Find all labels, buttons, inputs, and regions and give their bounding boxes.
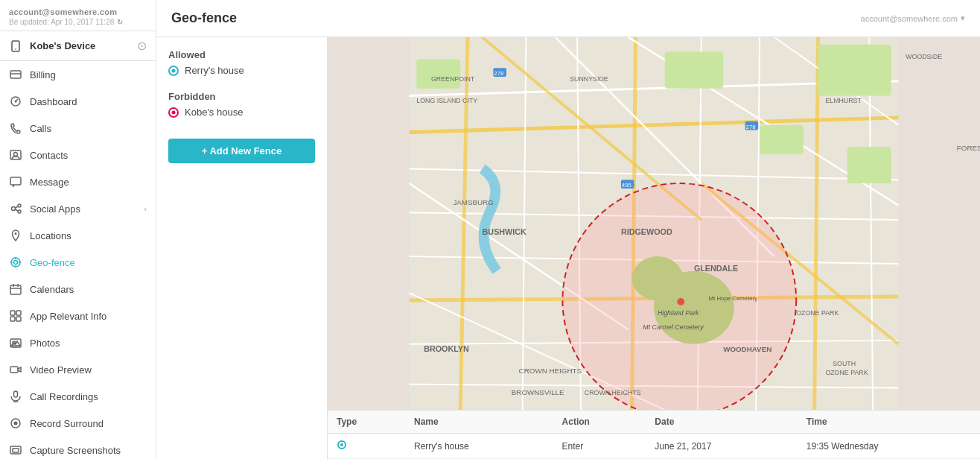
svg-point-40 bbox=[172, 110, 176, 114]
chevron-right-icon: › bbox=[144, 204, 147, 213]
message-icon bbox=[9, 175, 22, 189]
svg-text:BUSHWICK: BUSHWICK bbox=[483, 227, 526, 236]
locations-icon bbox=[9, 229, 22, 242]
table-row: Rerry's house Enter June 21, 2017 19:35 … bbox=[328, 434, 980, 459]
sidebar-item-billing[interactable]: Billing bbox=[0, 61, 156, 88]
forbidden-item-0: Kobe's house bbox=[168, 107, 315, 118]
svg-text:GREENPOINT: GREENPOINT bbox=[431, 75, 475, 83]
cell-type bbox=[328, 434, 405, 459]
right-panel: BUSHWICK JAMSBURG RIDGEWOOD GLENDALE WOO… bbox=[328, 37, 980, 459]
video-icon bbox=[9, 363, 22, 376]
calls-icon bbox=[9, 121, 22, 135]
svg-text:LONG ISLAND CITY: LONG ISLAND CITY bbox=[416, 97, 477, 104]
svg-text:JAMSBURG: JAMSBURG bbox=[453, 198, 493, 206]
svg-point-5 bbox=[15, 101, 17, 103]
content-area: Allowed Rerry's house Forbidden Kobe's h… bbox=[156, 37, 980, 459]
sidebar-updated-text: Be updated: Apr 10, 2017 11:28 bbox=[9, 18, 114, 26]
nav-label-video-preview: Video Preview bbox=[30, 364, 92, 376]
device-menu-icon[interactable]: ⊙ bbox=[137, 39, 147, 53]
sidebar-device: Kobe's Device ⊙ bbox=[0, 31, 156, 61]
header-account-text: account@somewhere.com bbox=[861, 14, 958, 23]
sidebar-item-video-preview[interactable]: Video Preview bbox=[0, 356, 156, 383]
sidebar-updated: Be updated: Apr 10, 2017 11:28 ↻ bbox=[9, 18, 147, 26]
cell-date: June 21, 2017 bbox=[646, 434, 798, 459]
sidebar-item-message[interactable]: Message bbox=[0, 168, 156, 195]
cell-name: Rerry's house bbox=[405, 434, 553, 459]
sidebar-item-locations[interactable]: Locations bbox=[0, 222, 156, 249]
sidebar-item-record-surround[interactable]: Record Surround bbox=[0, 410, 156, 437]
allowed-label: Allowed bbox=[168, 49, 315, 60]
screenshot-icon bbox=[9, 443, 22, 457]
refresh-icon[interactable]: ↻ bbox=[117, 18, 123, 26]
nav-label-calls: Calls bbox=[30, 123, 51, 134]
svg-rect-66 bbox=[665, 52, 723, 89]
svg-line-13 bbox=[16, 209, 19, 211]
svg-text:ELMHURST: ELMHURST bbox=[825, 97, 862, 104]
forbidden-label: Forbidden bbox=[168, 91, 315, 102]
svg-rect-28 bbox=[16, 317, 21, 321]
nav-label-contacts: Contacts bbox=[30, 150, 68, 161]
col-date: Date bbox=[646, 411, 798, 434]
allowed-section: Allowed Rerry's house bbox=[168, 49, 315, 79]
nav-label-calendars: Calendars bbox=[30, 284, 74, 295]
sidebar-item-calls[interactable]: Calls bbox=[0, 115, 156, 142]
sidebar-item-app-relevant[interactable]: App Relevant Info bbox=[0, 303, 156, 329]
sidebar-item-photos[interactable]: Photos bbox=[0, 329, 156, 356]
sidebar-item-capture-screenshots[interactable]: Capture Screenshots bbox=[0, 437, 156, 459]
svg-point-36 bbox=[14, 422, 18, 425]
sidebar-item-calendars[interactable]: Calendars bbox=[0, 276, 156, 303]
calendars-icon bbox=[9, 282, 22, 296]
svg-text:OZONE PARK: OZONE PARK bbox=[825, 369, 868, 376]
svg-rect-2 bbox=[10, 71, 21, 78]
svg-point-9 bbox=[12, 207, 16, 211]
add-fence-button[interactable]: + Add New Fence bbox=[168, 139, 315, 163]
device-name: Kobe's Device bbox=[30, 40, 95, 51]
sidebar-nav: Billing Dashboard Calls Contacts bbox=[0, 61, 156, 459]
svg-rect-69 bbox=[847, 147, 891, 183]
svg-point-10 bbox=[18, 204, 21, 207]
nav-label-billing: Billing bbox=[30, 69, 56, 80]
svg-rect-67 bbox=[416, 59, 460, 88]
sidebar-item-geo-fence[interactable]: Geo-fence bbox=[0, 249, 156, 276]
svg-rect-32 bbox=[14, 391, 18, 397]
bottom-table-container: Type Name Action Date Time Rerry's house… bbox=[328, 410, 980, 459]
contacts-icon bbox=[9, 148, 22, 162]
sidebar: account@somewhere.com Be updated: Apr 10… bbox=[0, 0, 156, 459]
svg-text:495: 495 bbox=[622, 182, 632, 189]
nav-label-photos: Photos bbox=[30, 338, 60, 349]
allowed-item-name: Rerry's house bbox=[185, 65, 244, 76]
svg-point-72 bbox=[562, 183, 796, 410]
forbidden-section: Forbidden Kobe's house bbox=[168, 91, 315, 121]
sidebar-item-call-recordings[interactable]: Call Recordings bbox=[0, 383, 156, 410]
photos-icon bbox=[9, 336, 22, 349]
svg-text:CROWN HEIGHTS: CROWN HEIGHTS bbox=[585, 389, 641, 396]
app-icon bbox=[9, 309, 22, 323]
table-header-row: Type Name Action Date Time bbox=[328, 411, 980, 434]
main-header: Geo-fence account@somewhere.com ▾ bbox=[156, 0, 980, 37]
svg-text:SUNNYSIDE: SUNNYSIDE bbox=[570, 75, 608, 83]
device-icon bbox=[9, 39, 22, 53]
main: Geo-fence account@somewhere.com ▾ Allowe… bbox=[156, 0, 980, 459]
allowed-item-0: Rerry's house bbox=[168, 65, 315, 76]
svg-text:Mt Hope Cemetery: Mt Hope Cemetery bbox=[709, 295, 758, 302]
sidebar-item-social-apps[interactable]: Social Apps › bbox=[0, 195, 156, 222]
sidebar-item-dashboard[interactable]: Dashboard bbox=[0, 88, 156, 115]
svg-point-14 bbox=[15, 232, 17, 235]
svg-rect-21 bbox=[10, 285, 21, 294]
sidebar-account: account@somewhere.com bbox=[9, 7, 147, 16]
svg-rect-8 bbox=[10, 177, 21, 185]
col-name: Name bbox=[405, 411, 553, 434]
nav-label-app-relevant: App Relevant Info bbox=[30, 311, 106, 322]
nav-label-locations: Locations bbox=[30, 230, 71, 241]
nav-label-message: Message bbox=[30, 177, 69, 188]
svg-point-11 bbox=[18, 210, 21, 213]
svg-line-12 bbox=[16, 206, 19, 208]
sidebar-item-contacts[interactable]: Contacts bbox=[0, 142, 156, 168]
forbidden-item-name: Kobe's house bbox=[185, 107, 243, 118]
svg-point-7 bbox=[14, 153, 18, 156]
nav-label-social-apps: Social Apps bbox=[30, 203, 80, 215]
svg-point-16 bbox=[14, 261, 18, 265]
map-area: BUSHWICK JAMSBURG RIDGEWOOD GLENDALE WOO… bbox=[328, 37, 980, 410]
sidebar-header: account@somewhere.com Be updated: Apr 10… bbox=[0, 0, 156, 31]
svg-text:RIDGEWOOD: RIDGEWOOD bbox=[621, 227, 672, 236]
